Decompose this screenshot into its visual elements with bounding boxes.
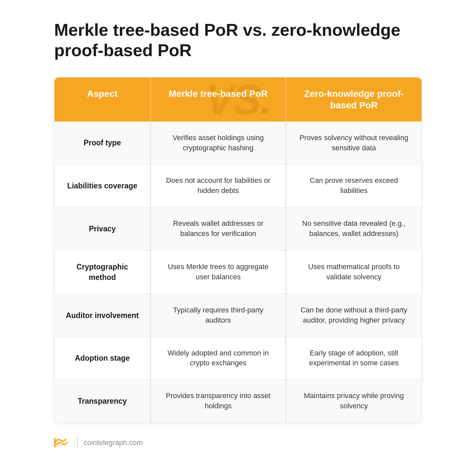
header-merkle: Merkle tree-based PoR	[151, 77, 286, 121]
footer: cointelegraph.com	[54, 436, 422, 450]
cell-aspect-4: Auditor involvement	[54, 294, 151, 337]
table-row: Transparency Provides transparency into …	[54, 379, 422, 422]
cell-zk-2: No sensitive data revealed (e.g., balanc…	[286, 207, 422, 250]
cell-aspect-2: Privacy	[54, 207, 151, 250]
table-row: Privacy Reveals wallet addresses or bala…	[54, 207, 422, 250]
header-aspect: Aspect	[54, 77, 151, 121]
header-zk: Zero-knowledge proof-based PoR	[286, 77, 422, 121]
table-row: Proof type Verifies asset holdings using…	[54, 121, 422, 164]
table-row: Liabilities coverage Does not account fo…	[54, 164, 422, 207]
cell-aspect-6: Transparency	[54, 380, 151, 422]
cell-merkle-5: Widely adopted and common in crypto exch…	[151, 337, 286, 380]
cell-zk-6: Maintains privacy while proving solvency	[286, 380, 422, 422]
cell-aspect-3: Cryptographic method	[54, 250, 151, 294]
cell-zk-3: Uses mathematical proofs to validate sol…	[286, 250, 422, 294]
cell-merkle-3: Uses Merkle trees to aggregate user bala…	[151, 250, 286, 294]
cell-merkle-1: Does not account for liabilities or hidd…	[151, 164, 286, 207]
table-row: Cryptographic method Uses Merkle trees t…	[54, 250, 422, 294]
svg-rect-1	[54, 438, 55, 448]
cointelegraph-logo	[54, 436, 71, 450]
page-title: Merkle tree-based PoR vs. zero-knowledge…	[54, 20, 422, 61]
footer-divider	[77, 437, 78, 449]
comparison-table: Aspect Merkle tree-based PoR Zero-knowle…	[54, 77, 422, 423]
cell-merkle-6: Provides transparency into asset holding…	[151, 380, 286, 422]
cell-zk-4: Can be done without a third-party audito…	[286, 294, 422, 337]
table-row: Auditor involvement Typically requires t…	[54, 294, 422, 337]
table-body: Proof type Verifies asset holdings using…	[54, 121, 422, 422]
cell-aspect-0: Proof type	[54, 122, 151, 164]
footer-site: cointelegraph.com	[84, 438, 143, 447]
cell-merkle-2: Reveals wallet addresses or balances for…	[151, 207, 286, 250]
cell-aspect-5: Adoption stage	[54, 337, 151, 380]
page-wrapper: Merkle tree-based PoR vs. zero-knowledge…	[41, 0, 435, 469]
table-header: Aspect Merkle tree-based PoR Zero-knowle…	[54, 77, 422, 121]
cell-aspect-1: Liabilities coverage	[54, 164, 151, 207]
table-row: Adoption stage Widely adopted and common…	[54, 337, 422, 380]
cell-zk-5: Early stage of adoption, still experimen…	[286, 337, 422, 380]
cell-merkle-4: Typically requires third-party auditors	[151, 294, 286, 337]
cell-zk-1: Can prove reserves exceed liabilities	[286, 164, 422, 207]
cell-zk-0: Proves solvency without revealing sensit…	[286, 122, 422, 164]
cell-merkle-0: Verifies asset holdings using cryptograp…	[151, 122, 286, 164]
